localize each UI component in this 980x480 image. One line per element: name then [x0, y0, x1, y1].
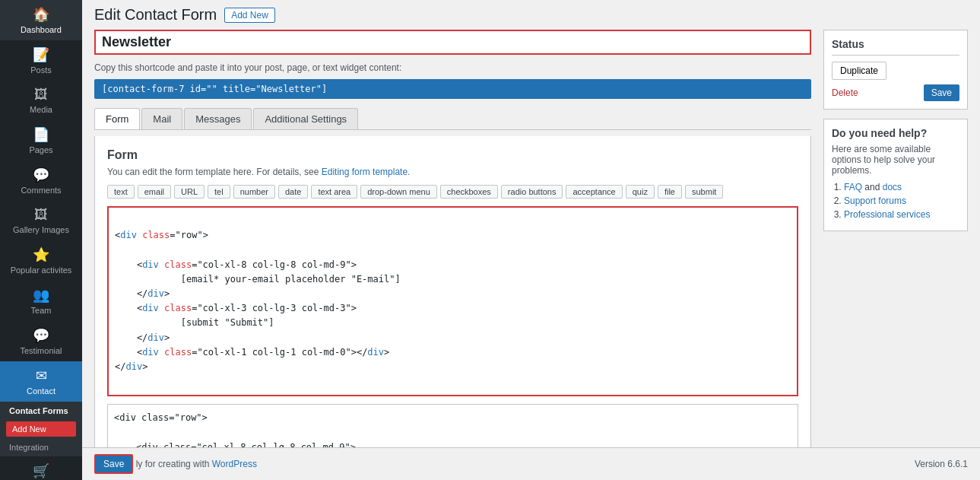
tag-btn-tel[interactable]: tel: [208, 185, 230, 199]
sidebar-item-label: Posts: [30, 65, 52, 75]
contact-icon: ✉: [36, 367, 47, 384]
help-box-title: Do you need help?: [832, 127, 959, 139]
tag-btn-date[interactable]: date: [278, 185, 308, 199]
tag-btn-submit[interactable]: submit: [685, 185, 723, 199]
help-links-list: FAQ and docs Support forums Professional…: [832, 182, 959, 220]
sidebar-item-label: Testimonial: [20, 346, 62, 355]
help-box: Do you need help? Here are some availabl…: [823, 119, 968, 231]
help-link-item-3: Professional services: [844, 209, 959, 220]
help-link-item-1: FAQ and docs: [844, 182, 959, 192]
tag-btn-quiz[interactable]: quiz: [626, 185, 655, 199]
code-editor: <div class="row"> <div class="col-xl-8 c…: [107, 206, 798, 396]
submenu-integration[interactable]: Integration: [0, 438, 82, 456]
tag-btn-number[interactable]: number: [233, 185, 275, 199]
content-area: Copy this shortcode and paste it into yo…: [82, 24, 980, 447]
form-name-input[interactable]: [94, 30, 811, 55]
woo-icon: 🛒: [33, 463, 49, 479]
editing-form-template-link[interactable]: Editing form template.: [322, 167, 411, 177]
duplicate-button[interactable]: Duplicate: [832, 62, 886, 80]
sidebar-item-pages[interactable]: 📄 Pages: [0, 120, 82, 161]
add-new-button[interactable]: Add New: [224, 8, 275, 23]
sidebar-item-gallery-images[interactable]: 🖼 Gallery Images: [0, 201, 82, 240]
wordpress-link[interactable]: WordPress: [212, 459, 257, 469]
footer-credit-text: ly for creating with: [136, 459, 212, 469]
form-editor: Form You can edit the form template here…: [94, 136, 811, 447]
footer-left: Save ly for creating with WordPress: [94, 454, 257, 474]
tag-btn-acceptance[interactable]: acceptance: [566, 185, 622, 199]
sidebar-item-popular-activites[interactable]: ⭐ Popular activites: [0, 240, 82, 281]
contact-submenu: Contact Forms Add New Integration: [0, 402, 82, 456]
right-sidebar: Status Duplicate Delete Save Do you need…: [823, 30, 968, 435]
testimonial-icon: 💬: [33, 327, 49, 344]
status-box-title: Status: [832, 38, 959, 56]
sidebar-item-posts[interactable]: 📝 Posts: [0, 40, 82, 81]
sidebar-item-dashboard[interactable]: 🏠 Dashboard: [0, 0, 82, 40]
status-box-actions: Duplicate: [832, 62, 959, 80]
sidebar-item-comments[interactable]: 💬 Comments: [0, 161, 82, 201]
sidebar-item-team[interactable]: 👥 Team: [0, 281, 82, 321]
docs-link[interactable]: docs: [883, 182, 902, 192]
main-area: Edit Contact Form Add New Copy this shor…: [82, 0, 980, 480]
team-icon: 👥: [33, 287, 49, 304]
footer: Save ly for creating with WordPress Vers…: [82, 447, 980, 480]
sidebar-item-label: Team: [31, 306, 52, 315]
sidebar-item-woocommerce[interactable]: 🛒 WooCommerce: [0, 456, 82, 480]
tag-btn-checkboxes[interactable]: checkboxes: [440, 185, 498, 199]
tag-btn-url[interactable]: URL: [174, 185, 205, 199]
tab-form[interactable]: Form: [94, 108, 140, 129]
tag-btn-text[interactable]: text: [107, 185, 135, 199]
footer-version: Version 6.6.1: [915, 459, 968, 469]
submenu-add-new[interactable]: Add New: [6, 421, 76, 437]
help-link-item-2: Support forums: [844, 195, 959, 206]
tag-btn-textarea[interactable]: text area: [311, 185, 357, 199]
form-template-textarea[interactable]: [107, 404, 798, 447]
posts-icon: 📝: [33, 46, 49, 63]
form-editor-desc: You can edit the form template here. For…: [107, 167, 798, 177]
sidebar-item-label: Media: [30, 105, 52, 114]
support-forums-link[interactable]: Support forums: [844, 195, 906, 206]
delete-button[interactable]: Delete: [832, 87, 858, 98]
tab-messages[interactable]: Messages: [184, 108, 252, 129]
help-box-desc: Here are some available options to help …: [832, 144, 959, 176]
tab-additional-settings[interactable]: Additional Settings: [253, 108, 358, 129]
shortcode-label: Copy this shortcode and paste it into yo…: [94, 62, 811, 73]
submenu-contact-forms[interactable]: Contact Forms: [0, 402, 82, 420]
save-button[interactable]: Save: [924, 84, 959, 101]
sidebar: 🏠 Dashboard 📝 Posts 🖼 Media 📄 Pages 💬 Co…: [0, 0, 82, 480]
professional-services-link[interactable]: Professional services: [844, 209, 930, 220]
status-box-footer: Delete Save: [832, 84, 959, 101]
form-tabs: Form Mail Messages Additional Settings: [94, 108, 811, 130]
footer-save-button[interactable]: Save: [94, 454, 133, 474]
sidebar-item-label: Contact: [27, 386, 56, 396]
tag-btn-radio[interactable]: radio buttons: [501, 185, 563, 199]
page-title: Edit Contact Form: [94, 6, 217, 24]
sidebar-item-media[interactable]: 🖼 Media: [0, 81, 82, 120]
pages-icon: 📄: [33, 126, 49, 143]
sidebar-item-testimonial[interactable]: 💬 Testimonial: [0, 321, 82, 361]
comments-icon: 💬: [33, 167, 49, 183]
status-box: Status Duplicate Delete Save: [823, 30, 968, 110]
sidebar-item-contact[interactable]: ✉ Contact: [0, 361, 82, 402]
tab-mail[interactable]: Mail: [141, 108, 182, 129]
sidebar-item-label: Gallery Images: [13, 225, 69, 234]
tag-buttons: text email URL tel number date text area…: [107, 185, 798, 199]
tag-btn-file[interactable]: file: [658, 185, 682, 199]
form-section: Copy this shortcode and paste it into yo…: [94, 30, 811, 435]
dashboard-icon: 🏠: [33, 6, 49, 23]
form-editor-title: Form: [107, 148, 798, 162]
tag-btn-dropdown[interactable]: drop-down menu: [360, 185, 437, 199]
faq-link[interactable]: FAQ: [844, 182, 862, 192]
sidebar-item-label: Comments: [21, 186, 61, 195]
sidebar-item-label: Pages: [29, 145, 52, 154]
tag-btn-email[interactable]: email: [138, 185, 171, 199]
shortcode-box[interactable]: [contact-form-7 id="" title="Newsletter"…: [94, 79, 811, 99]
gallery-icon: 🖼: [34, 207, 48, 223]
popular-icon: ⭐: [33, 246, 49, 263]
sidebar-item-label: Popular activites: [11, 265, 72, 275]
sidebar-item-label: Dashboard: [21, 25, 62, 34]
media-icon: 🖼: [34, 87, 48, 103]
page-header: Edit Contact Form Add New: [82, 0, 980, 24]
